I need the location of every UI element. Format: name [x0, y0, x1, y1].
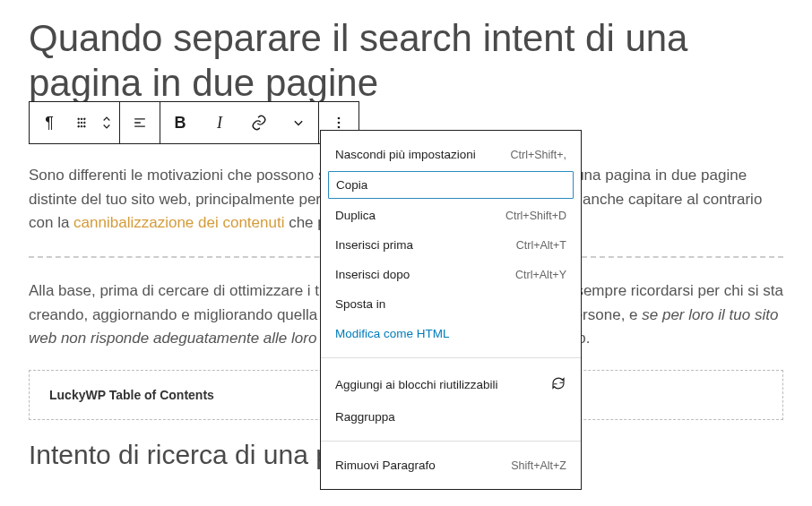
- menu-duplicate[interactable]: Duplica Ctrl+Shift+D: [321, 201, 581, 230]
- svg-point-7: [81, 126, 82, 128]
- menu-label: Aggiungi ai blocchi riutilizzabili: [335, 378, 498, 391]
- drag-handle-icon[interactable]: [69, 102, 94, 143]
- menu-insert-before[interactable]: Inserisci prima Ctrl+Alt+T: [321, 230, 581, 260]
- menu-label: Copia: [336, 178, 367, 192]
- reusable-icon: [550, 375, 566, 394]
- menu-shortcut: Ctrl+Shift+,: [510, 149, 566, 161]
- svg-point-9: [338, 117, 341, 120]
- menu-label: Duplica: [335, 209, 376, 222]
- content-link[interactable]: cannibalizzazione dei contenuti: [73, 214, 284, 231]
- menu-insert-after[interactable]: Inserisci dopo Ctrl+Alt+Y: [321, 260, 581, 289]
- svg-point-2: [84, 118, 86, 120]
- block-toolbar: ¶ B I: [29, 101, 359, 144]
- svg-point-4: [81, 122, 82, 124]
- menu-shortcut: Ctrl+Alt+T: [516, 239, 566, 252]
- svg-point-1: [81, 118, 82, 120]
- bold-button[interactable]: B: [160, 102, 200, 143]
- move-updown-icon[interactable]: [94, 102, 119, 143]
- svg-point-5: [84, 122, 86, 124]
- menu-shortcut: Ctrl+Shift+D: [505, 210, 566, 222]
- italic-button[interactable]: I: [200, 102, 239, 143]
- menu-label: Inserisci dopo: [335, 268, 410, 281]
- link-button[interactable]: [239, 102, 279, 143]
- svg-point-11: [338, 126, 341, 129]
- menu-copy[interactable]: Copia: [328, 171, 574, 199]
- menu-label: Sposta in: [335, 297, 385, 311]
- svg-point-10: [338, 122, 341, 124]
- menu-label: Modifica come HTML: [335, 327, 450, 340]
- menu-add-reusable[interactable]: Aggiungi ai blocchi riutilizzabili: [321, 367, 581, 402]
- menu-label: Inserisci prima: [335, 238, 413, 252]
- menu-hide-more-settings[interactable]: Nascondi più impostazioni Ctrl+Shift+,: [321, 140, 581, 169]
- menu-shortcut: Ctrl+Alt+Y: [515, 269, 566, 281]
- svg-point-6: [78, 126, 80, 128]
- page-title: Quando separare il search intent di una …: [29, 16, 783, 107]
- menu-remove-paragraph[interactable]: Rimuovi Paragrafo Shift+Alt+Z: [321, 450, 581, 479]
- block-options-menu: Nascondi più impostazioni Ctrl+Shift+, C…: [320, 130, 582, 479]
- menu-label: Nascondi più impostazioni: [335, 148, 476, 161]
- paragraph-block-icon[interactable]: ¶: [30, 102, 69, 143]
- menu-group[interactable]: Raggruppa: [321, 402, 581, 432]
- toc-title: LuckyWP Table of Contents: [49, 388, 214, 402]
- align-button[interactable]: [120, 102, 160, 143]
- menu-move-to[interactable]: Sposta in: [321, 289, 581, 319]
- menu-label: Rimuovi Paragrafo: [335, 459, 436, 472]
- menu-label: Raggruppa: [335, 410, 395, 424]
- svg-point-0: [78, 118, 80, 120]
- svg-point-3: [78, 122, 80, 124]
- chevron-down-icon[interactable]: [279, 102, 318, 143]
- menu-shortcut: Shift+Alt+Z: [511, 459, 566, 472]
- menu-edit-html[interactable]: Modifica come HTML: [321, 319, 581, 348]
- svg-point-8: [84, 126, 86, 128]
